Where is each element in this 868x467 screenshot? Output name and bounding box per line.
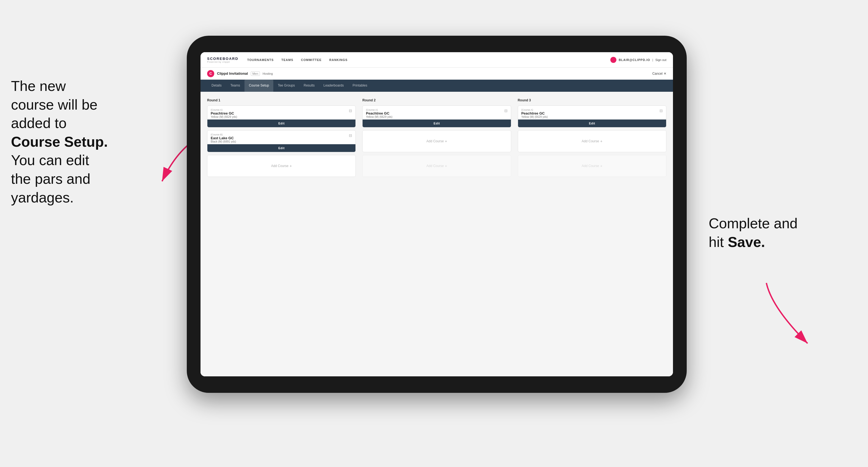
round1-course-b-badge: (Course B) bbox=[211, 133, 349, 136]
men-badge: Men bbox=[251, 71, 260, 76]
annotation-bold: Course Setup. bbox=[11, 134, 108, 150]
tab-course-setup[interactable]: Course Setup bbox=[245, 80, 273, 92]
tab-results[interactable]: Results bbox=[299, 80, 319, 92]
rounds-grid: Round 1 (Course A) Peachtree GC Yellow (… bbox=[207, 98, 666, 180]
right-annotation-line1: Complete and bbox=[709, 215, 798, 231]
nav-rankings[interactable]: RANKINGS bbox=[329, 57, 348, 63]
round1-add-course-label: Add Course bbox=[271, 164, 288, 168]
round3-course-a-name: Peachtree GC bbox=[521, 111, 659, 115]
round2-add-course-label-2: Add Course bbox=[426, 164, 444, 168]
tournament-name: Clippd Invitational bbox=[217, 71, 248, 75]
round1-course-a-delete-icon[interactable]: ⊟ bbox=[349, 108, 352, 113]
round3-course-a-header: (Course A) Peachtree GC Yellow (M) (6629… bbox=[518, 106, 666, 120]
hosting-badge: Hosting bbox=[262, 72, 273, 75]
tab-leaderboards[interactable]: Leaderboards bbox=[319, 80, 348, 92]
round3-add-course-label: Add Course bbox=[582, 139, 599, 143]
nav-links: TOURNAMENTS TEAMS COMMITTEE RANKINGS bbox=[247, 57, 611, 63]
round2-course-a-info: (Course A) Peachtree GC Yellow (M) (6629… bbox=[366, 108, 504, 118]
right-annotation-line2: hit bbox=[709, 234, 727, 250]
user-avatar bbox=[610, 57, 616, 63]
round2-add-course-text: Add Course + bbox=[426, 139, 447, 144]
round3-course-a-badge: (Course A) bbox=[521, 108, 659, 111]
nav-teams[interactable]: TEAMS bbox=[281, 57, 293, 63]
annotation-line4: You can edit bbox=[11, 152, 89, 168]
round-2-column: Round 2 (Course A) Peachtree GC Yellow (… bbox=[362, 98, 511, 180]
round1-course-a-header: (Course A) Peachtree GC Yellow (M) (6629… bbox=[207, 106, 355, 120]
tournament-bar: C Clippd Invitational Men Hosting Cancel… bbox=[200, 68, 673, 80]
tab-printables[interactable]: Printables bbox=[348, 80, 372, 92]
round1-course-a-card: (Course A) Peachtree GC Yellow (M) (6629… bbox=[207, 105, 356, 127]
round1-course-b-name: East Lake GC bbox=[211, 136, 349, 140]
round2-course-a-badge: (Course A) bbox=[366, 108, 504, 111]
logo-scoreboard: SCOREBOARD bbox=[207, 57, 239, 61]
round2-add-course-card[interactable]: Add Course + bbox=[362, 130, 511, 152]
right-annotation: Complete and hit Save. bbox=[709, 214, 824, 251]
annotation-line1: The new bbox=[11, 78, 66, 94]
logo-powered: Powered by clippd bbox=[207, 61, 239, 63]
user-email: blair@clippd.io bbox=[619, 57, 650, 63]
round3-add-course-text-2: Add Course + bbox=[582, 164, 603, 168]
right-annotation-bold: Save. bbox=[727, 234, 765, 250]
round-1-header: Round 1 bbox=[207, 98, 356, 102]
round2-course-a-delete-icon[interactable]: ⊟ bbox=[504, 108, 507, 113]
annotation-line3: added to bbox=[11, 115, 66, 131]
annotation-line2: course will be bbox=[11, 97, 97, 113]
round1-add-course-text: Add Course + bbox=[271, 164, 292, 168]
round1-add-course-card[interactable]: Add Course + bbox=[207, 155, 356, 177]
round2-add-course-label: Add Course bbox=[426, 139, 444, 143]
main-content: Round 1 (Course A) Peachtree GC Yellow (… bbox=[200, 92, 673, 376]
round3-add-course-label-2: Add Course bbox=[582, 164, 599, 168]
right-arrow bbox=[744, 280, 821, 352]
round2-add-course-plus: + bbox=[445, 139, 447, 144]
round3-course-a-delete-icon[interactable]: ⊟ bbox=[659, 108, 663, 113]
annotation-line6: yardages. bbox=[11, 190, 73, 206]
tablet-shell: SCOREBOARD Powered by clippd TOURNAMENTS… bbox=[187, 36, 687, 393]
cancel-icon: ✕ bbox=[663, 72, 666, 75]
cancel-label: Cancel bbox=[652, 72, 662, 75]
round2-course-a-edit-button[interactable]: Edit bbox=[363, 120, 510, 127]
round1-course-b-card: (Course B) East Lake GC Black (M) (6891 … bbox=[207, 130, 356, 152]
round3-course-a-info: (Course A) Peachtree GC Yellow (M) (6629… bbox=[521, 108, 659, 118]
tablet-screen: SCOREBOARD Powered by clippd TOURNAMENTS… bbox=[200, 52, 673, 376]
round3-course-a-card: (Course A) Peachtree GC Yellow (M) (6629… bbox=[518, 105, 666, 127]
logo-area: SCOREBOARD Powered by clippd bbox=[207, 57, 239, 63]
round1-course-b-delete-icon[interactable]: ⊟ bbox=[349, 133, 352, 137]
round1-course-b-edit-button[interactable]: Edit bbox=[207, 144, 355, 152]
round2-add-course-plus-2: + bbox=[445, 164, 447, 168]
round3-course-a-details: Yellow (M) (6629 yds) bbox=[521, 115, 659, 118]
round3-add-course-plus: + bbox=[600, 139, 602, 144]
round1-course-b-details: Black (M) (6891 yds) bbox=[211, 140, 349, 143]
round1-course-a-badge: (Course A) bbox=[211, 108, 349, 111]
tournament-logo: C bbox=[207, 70, 214, 77]
round2-course-a-details: Yellow (M) (6629 yds) bbox=[366, 115, 504, 118]
nav-right: blair@clippd.io | Sign out bbox=[610, 57, 666, 63]
round2-course-a-header: (Course A) Peachtree GC Yellow (M) (6629… bbox=[363, 106, 510, 120]
round2-add-course-text-2: Add Course + bbox=[426, 164, 447, 168]
round1-course-a-edit-button[interactable]: Edit bbox=[207, 120, 355, 127]
round-3-header: Round 3 bbox=[518, 98, 666, 102]
nav-committee[interactable]: COMMITTEE bbox=[301, 57, 322, 63]
round-1-column: Round 1 (Course A) Peachtree GC Yellow (… bbox=[207, 98, 356, 180]
tournament-title-area: C Clippd Invitational Men Hosting bbox=[207, 70, 273, 77]
round1-course-a-name: Peachtree GC bbox=[211, 111, 349, 115]
round1-course-a-info: (Course A) Peachtree GC Yellow (M) (6629… bbox=[211, 108, 349, 118]
annotation-line5: the pars and bbox=[11, 171, 90, 187]
round3-add-course-card[interactable]: Add Course + bbox=[518, 130, 666, 152]
round1-add-course-plus: + bbox=[289, 164, 292, 168]
tab-bar: Details Teams Course Setup Tee Groups Re… bbox=[200, 80, 673, 92]
top-nav: SCOREBOARD Powered by clippd TOURNAMENTS… bbox=[200, 52, 673, 68]
cancel-button[interactable]: Cancel ✕ bbox=[652, 72, 666, 75]
round3-course-a-edit-button[interactable]: Edit bbox=[518, 120, 666, 127]
round3-add-course-text: Add Course + bbox=[582, 139, 603, 144]
tab-details[interactable]: Details bbox=[207, 80, 226, 92]
round-2-header: Round 2 bbox=[362, 98, 511, 102]
nav-tournaments[interactable]: TOURNAMENTS bbox=[247, 57, 274, 63]
round1-course-b-header: (Course B) East Lake GC Black (M) (6891 … bbox=[207, 130, 355, 144]
round-3-column: Round 3 (Course A) Peachtree GC Yellow (… bbox=[518, 98, 666, 180]
tab-teams[interactable]: Teams bbox=[226, 80, 245, 92]
round1-course-a-details: Yellow (M) (6629 yds) bbox=[211, 115, 349, 118]
round2-course-a-name: Peachtree GC bbox=[366, 111, 504, 115]
sign-out-link[interactable]: Sign out bbox=[655, 58, 666, 62]
round3-add-course-plus-2: + bbox=[600, 164, 602, 168]
tab-tee-groups[interactable]: Tee Groups bbox=[273, 80, 299, 92]
